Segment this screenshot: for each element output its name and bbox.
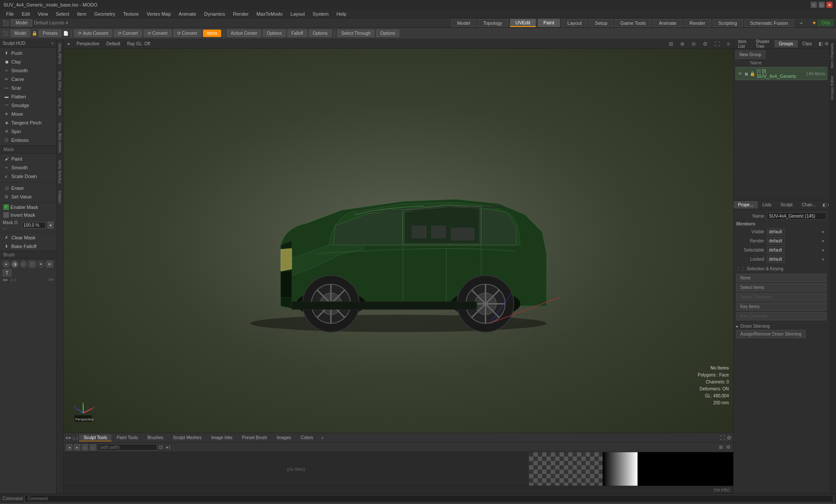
tool-clay[interactable]: ◼ Clay	[0, 57, 56, 66]
mask-opacity-down[interactable]: ◂	[47, 222, 54, 228]
path-options-btn[interactable]: ↕	[90, 444, 96, 450]
vp-zoom-in-icon[interactable]: ⊕	[680, 41, 684, 47]
convert-button-3[interactable]: ⟳ Convert	[173, 30, 201, 37]
btm-tab-images[interactable]: Images	[273, 434, 296, 441]
brush-expand[interactable]: >>	[48, 277, 54, 282]
menu-file[interactable]: File	[3, 10, 17, 17]
onion-title[interactable]: ▸ Onion Skinning	[736, 324, 826, 329]
select-items-button[interactable]: Select Items	[736, 283, 826, 292]
brush-right[interactable]: ▸	[6, 277, 8, 282]
tool-emboss[interactable]: ⬡ Emboss	[0, 136, 56, 144]
menu-layout[interactable]: Layout	[287, 10, 308, 17]
btm-arrows-left[interactable]: ◂	[65, 435, 68, 440]
assign-remove-onion-button[interactable]: Assign/Remove Onion Skinning	[736, 330, 806, 338]
menu-view[interactable]: View	[34, 10, 52, 17]
tool-scale-down[interactable]: ↙ Scale Down	[0, 172, 56, 181]
options-button-3[interactable]: Options	[376, 30, 399, 37]
tab-paint[interactable]: Paint	[538, 19, 560, 27]
tab-topology[interactable]: Topology	[478, 19, 508, 27]
brush-anchor[interactable]: ⊕	[46, 261, 53, 268]
tool-push[interactable]: ⬆ Push	[0, 49, 56, 57]
rt-tab-item-list[interactable]: Item List	[734, 38, 751, 50]
rt-tab-groups[interactable]: Groups	[775, 40, 798, 47]
vp-options-icon[interactable]: ≡	[727, 41, 730, 47]
vp-settings-icon[interactable]: ⚙	[703, 41, 708, 47]
btm-tab-brushes[interactable]: Brushes	[143, 434, 168, 441]
action-center-button[interactable]: Action Center	[227, 30, 261, 37]
tab-setup[interactable]: Setup	[589, 19, 613, 27]
brush-text[interactable]: T	[3, 269, 11, 276]
brush-nav-icon[interactable]: ↕	[14, 277, 16, 282]
btm-settings-icon[interactable]: ⚙	[727, 435, 732, 441]
btm-tab-add[interactable]: +	[318, 434, 326, 441]
tab-scripting[interactable]: Scripting	[713, 19, 743, 27]
rt-tab-shader-tree[interactable]: Shader Tree	[751, 38, 774, 50]
auto-convert-button[interactable]: ⟳ Auto Convert	[74, 30, 112, 37]
tool-mask-paint[interactable]: 🖌 Paint	[0, 155, 56, 163]
tab-game-tools[interactable]: Game Tools	[615, 19, 652, 27]
tab-schematic-fusion[interactable]: Schematic Fusion	[745, 19, 794, 27]
cmd-input[interactable]	[24, 495, 833, 502]
rt-icon-1[interactable]: ◧	[819, 41, 823, 47]
invert-mask-checkbox[interactable]: Invert Mask	[0, 211, 56, 219]
tool-scar[interactable]: — Scar	[0, 84, 56, 92]
tab-model[interactable]: Model	[452, 19, 476, 27]
tool-spin[interactable]: ↺ Spin	[0, 127, 56, 136]
render-select[interactable]: default	[767, 237, 785, 245]
tool-flatten[interactable]: ▬ Flatten	[0, 92, 56, 101]
menu-render[interactable]: Render	[229, 10, 252, 17]
tool-erase[interactable]: ◻ Erase	[0, 184, 56, 192]
rv-tab-item-channels[interactable]: Item Channels	[829, 39, 836, 72]
side-tab-utilities[interactable]: Utilities	[57, 187, 63, 207]
menu-system[interactable]: System	[309, 10, 332, 17]
options-button-2[interactable]: Options	[309, 30, 331, 37]
side-tab-hair-tools[interactable]: Hair Tools	[57, 94, 63, 119]
path-up-btn[interactable]: ⌂	[82, 444, 88, 450]
minimize-button[interactable]: −	[811, 2, 817, 8]
tool-carve[interactable]: ✂ Carve	[0, 75, 56, 84]
tab-layout[interactable]: Layout	[562, 19, 587, 27]
side-tab-sculpt-tools[interactable]: Sculpt Tools	[57, 39, 63, 67]
tool-smudge[interactable]: 〰 Smudge	[0, 101, 56, 110]
btm-arrows-right[interactable]: ▸	[69, 435, 71, 440]
btm-tab-preset-brush[interactable]: Preset Brush	[238, 434, 272, 441]
menu-texture[interactable]: Texture	[120, 10, 142, 17]
options-button-1[interactable]: Options	[263, 30, 286, 37]
falloff-button[interactable]: Falloff	[287, 30, 307, 37]
rb-tab-sculpt[interactable]: Sculpt	[776, 201, 798, 208]
group-lock-icon[interactable]: 🔒	[750, 71, 755, 76]
group-item-suv[interactable]: 👁 ◼ 🔒 [I] [I] SUV_4x4_Generic 144 Items	[735, 67, 827, 80]
mask-opacity-input[interactable]	[22, 222, 46, 228]
btm-maximize-icon[interactable]: ⛶	[720, 435, 725, 441]
tool-smooth[interactable]: ≈ Smooth	[0, 66, 56, 75]
tool-bake-falloff[interactable]: ⬇ Bake Falloff	[0, 242, 56, 251]
brush-star[interactable]: ✦	[37, 261, 44, 268]
rb-tab-properties[interactable]: Prope...	[734, 201, 758, 208]
model-tab-btn[interactable]: Model	[10, 30, 30, 37]
vp-fit-icon[interactable]: ⊞	[669, 41, 673, 47]
btm-view-icon[interactable]: ⊞	[719, 444, 723, 450]
menu-vertex-map[interactable]: Vertex Map	[143, 10, 175, 17]
btm-tab-image-inks[interactable]: Image Inks	[207, 434, 237, 441]
select-through-button[interactable]: Select Through	[337, 30, 375, 37]
group-render-icon[interactable]: ◼	[744, 71, 749, 76]
brush-circle-half[interactable]: ◑	[11, 261, 18, 268]
convert-button-2[interactable]: ⟳ Convert	[144, 30, 172, 37]
btm-nav-icon[interactable]: ↕	[76, 435, 79, 440]
group-eye-icon[interactable]: 👁	[738, 71, 743, 76]
btm-tab-sculpt-tools[interactable]: Sculpt Tools	[79, 434, 111, 441]
btm-tab-paint-tools[interactable]: Paint Tools	[112, 434, 142, 441]
menu-maxtomodo[interactable]: MaxToModo	[253, 10, 286, 17]
key-channels-button[interactable]: Key Channels	[736, 312, 826, 320]
rt-icon-2[interactable]: ⊕	[825, 41, 829, 47]
new-group-button[interactable]: New Group	[735, 50, 765, 59]
tool-clear-mask[interactable]: ✗ Clear Mask	[0, 233, 56, 242]
btm-settings2-icon[interactable]: ⚙	[726, 444, 731, 450]
menu-geometry[interactable]: Geometry	[91, 10, 118, 17]
rt-tab-clips[interactable]: Clips	[798, 40, 817, 47]
tool-tangent-pinch[interactable]: ◈ Tangent Pinch	[0, 118, 56, 127]
items-button[interactable]: Items	[203, 30, 221, 37]
path-back-btn[interactable]: ◂	[66, 444, 72, 450]
visible-select[interactable]: default	[767, 228, 785, 235]
close-button[interactable]: ✕	[826, 2, 833, 8]
